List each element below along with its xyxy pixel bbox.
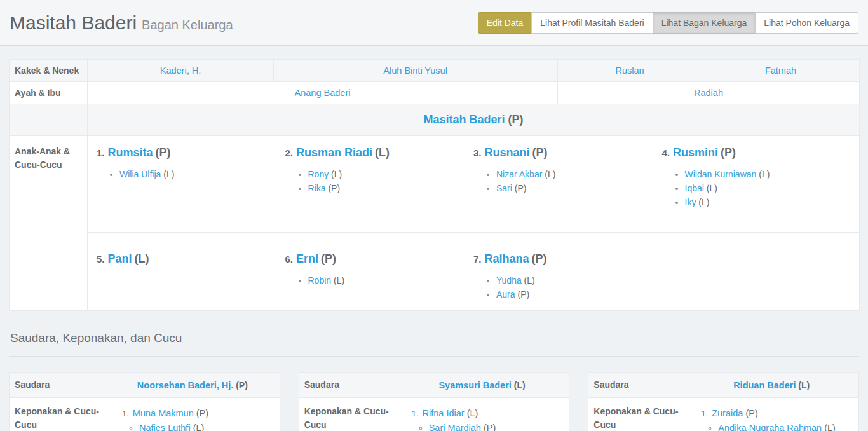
grandchild-link[interactable]: Sari (496, 183, 512, 193)
child-link[interactable]: Rusmini (673, 146, 718, 159)
child-link[interactable]: Rusnani (485, 146, 530, 159)
child-link[interactable]: Pani (108, 252, 132, 265)
child-item: 5.Pani(L) (97, 252, 285, 301)
nephew-link[interactable]: Zuraida (712, 408, 743, 418)
mother-link[interactable]: Radiah (694, 88, 723, 98)
grandchild-gender: (L) (163, 169, 174, 179)
sibling-gender: (L) (514, 380, 526, 390)
nephew-children-list: Nafies Luthfi (L) (122, 421, 275, 431)
child-gender: (P) (156, 146, 171, 159)
sibling-header-row: Saudara Noorsehan Baderi, Hj. (P) (10, 373, 280, 398)
nephew-child-link[interactable]: Andika Nugraha Rahman (718, 423, 822, 431)
nephew-child-gender: (P) (484, 423, 496, 431)
person-row: Masitah Baderi (P) (10, 104, 860, 136)
grandchild-item: Iky (L) (685, 195, 844, 209)
page-title-group: Masitah BaderiBagan Keluarga (10, 12, 233, 34)
nephew-child-link[interactable]: Nafies Luthfi (139, 423, 191, 431)
child-gender: (P) (321, 252, 336, 265)
nephews-row: Keponakan & Cucu-Cucu 1.Zuraida (P) Andi… (588, 398, 859, 431)
grandchild-item: Robin (L) (308, 273, 468, 287)
sibling-table-2: Saudara Syamsuri Baderi (L) Keponakan & … (299, 372, 570, 431)
view-profile-button[interactable]: Lihat Profil Masitah Baderi (531, 12, 653, 34)
nephew-gender: (L) (467, 408, 478, 418)
grandchild-item: Rony (L) (308, 167, 468, 181)
grandmother-paternal-link[interactable]: Aluh Binti Yusuf (383, 65, 447, 76)
grandchild-link[interactable]: Yudha (496, 275, 522, 285)
parents-row: Ayah & Ibu Anang Baderi Radiah (10, 82, 860, 104)
child-gender: (P) (532, 252, 547, 265)
view-family-tree-button[interactable]: Lihat Pohon Keluarga (755, 12, 858, 34)
nephew-children-list: Andika Nugraha Rahman (L) (701, 421, 853, 431)
child-gender: (P) (532, 146, 548, 159)
grandchild-link[interactable]: Aura (496, 289, 515, 299)
grandmother-paternal-cell: Aluh Binti Yusuf (274, 60, 558, 82)
sibling-header-row: Saudara Riduan Baderi (L) (588, 373, 859, 398)
grandchild-link[interactable]: Iky (685, 197, 696, 207)
sibling-name-cell: Syamsuri Baderi (L) (395, 373, 569, 398)
nephew-child-item: Nafies Luthfi (L) (139, 421, 275, 431)
person-link[interactable]: Masitah Baderi (423, 113, 505, 126)
sibling-name-cell: Noorsehan Baderi, Hj. (P) (105, 373, 280, 398)
child-link[interactable]: Erni (296, 252, 318, 265)
child-link[interactable]: Raihana (485, 252, 529, 265)
nephew-child-link[interactable]: Sari Mardiah (429, 423, 481, 431)
father-link[interactable]: Anang Baderi (295, 88, 351, 98)
nephew-item: 1.Muna Makmun (P) Nafies Luthfi (L) (122, 406, 275, 431)
father-cell: Anang Baderi (88, 82, 558, 104)
sibling-tables: Saudara Noorsehan Baderi, Hj. (P) Kepona… (9, 372, 859, 431)
grandchild-item: Iqbal (L) (685, 181, 844, 195)
sibling-gender: (L) (798, 380, 810, 390)
grandchild-link[interactable]: Iqbal (685, 183, 704, 193)
grandchild-item: Aura (P) (496, 287, 656, 301)
grandchild-gender: (P) (328, 183, 340, 193)
children-grid-row-2: 5.Pani(L) 6.Erni(P) Robin (L) 7.Raihana(… (88, 232, 859, 310)
page-header: Masitah BaderiBagan Keluarga Edit Data L… (0, 0, 868, 46)
grandchild-gender: (L) (707, 183, 717, 193)
edit-data-button[interactable]: Edit Data (478, 12, 532, 34)
sibling-name-cell: Riduan Baderi (L) (684, 373, 859, 398)
grandfather-paternal-link[interactable]: Kaderi, H. (160, 65, 201, 76)
child-link[interactable]: Rusman Riadi (296, 146, 372, 159)
sibling-table-3: Saudara Riduan Baderi (L) Keponakan & Cu… (588, 372, 859, 431)
child-gender: (L) (375, 146, 390, 159)
grandchild-link[interactable]: Wildan Kurniawan (685, 169, 757, 179)
grandmother-maternal-link[interactable]: Fatmah (765, 65, 796, 76)
child-link[interactable]: Rumsita (108, 146, 153, 159)
nephews-cell: 1.Zuraida (P) Andika Nugraha Rahman (L) (684, 398, 859, 431)
sibling-link[interactable]: Noorsehan Baderi, Hj. (137, 380, 233, 390)
grandchild-item: Wildan Kurniawan (L) (685, 167, 844, 181)
nephew-link[interactable]: Muna Makmun (133, 408, 194, 418)
grandchildren-list: Robin (L) (285, 273, 468, 287)
child-item: 4.Rusmini(P) Wildan Kurniawan (L) Iqbal … (662, 146, 851, 209)
nephews-cell: 1.Muna Makmun (P) Nafies Luthfi (L) (105, 398, 280, 431)
nephew-link[interactable]: Rifna Idiar (423, 408, 465, 418)
main-content: Kakek & Nenek Kaderi, H. Aluh Binti Yusu… (0, 46, 868, 431)
grandchild-link[interactable]: Rony (308, 169, 329, 179)
child-number: 5. (97, 254, 105, 264)
grandchild-gender: (L) (331, 169, 342, 179)
parents-label: Ayah & Ibu (10, 82, 88, 104)
grandchildren-list: Wilia Ulfija (L) (97, 167, 279, 181)
sibling-table-1: Saudara Noorsehan Baderi, Hj. (P) Kepona… (9, 372, 280, 431)
grandchild-link[interactable]: Robin (308, 275, 332, 285)
child-number: 7. (473, 254, 482, 264)
child-item-empty (662, 252, 851, 301)
nephew-gender: (P) (745, 408, 757, 418)
sibling-link[interactable]: Syamsuri Baderi (438, 380, 511, 390)
nephew-gender: (P) (196, 408, 208, 418)
grandchild-gender: (L) (334, 275, 344, 285)
grandchild-gender: (L) (545, 169, 555, 179)
nephew-child-gender: (L) (193, 423, 205, 431)
sibling-link[interactable]: Riduan Baderi (733, 380, 796, 390)
grandchild-link[interactable]: Nizar Akbar (496, 169, 542, 179)
nephew-item: 1.Zuraida (P) Andika Nugraha Rahman (L) (701, 406, 853, 431)
grandchild-link[interactable]: Wilia Ulfija (119, 169, 161, 179)
grandchild-link[interactable]: Rika (308, 183, 326, 193)
grandchildren-list: Nizar Akbar (L) Sari (P) (473, 167, 656, 195)
view-family-chart-button[interactable]: Lihat Bagan Keluarga (653, 12, 756, 34)
grandchild-gender: (P) (517, 289, 529, 299)
grandfather-maternal-link[interactable]: Ruslan (615, 65, 644, 76)
mother-cell: Radiah (558, 82, 860, 104)
nephews-row: Keponakan & Cucu-Cucu 1.Rifna Idiar (L) … (299, 398, 569, 431)
grandchildren-list: Yudha (L) Aura (P) (473, 273, 656, 301)
